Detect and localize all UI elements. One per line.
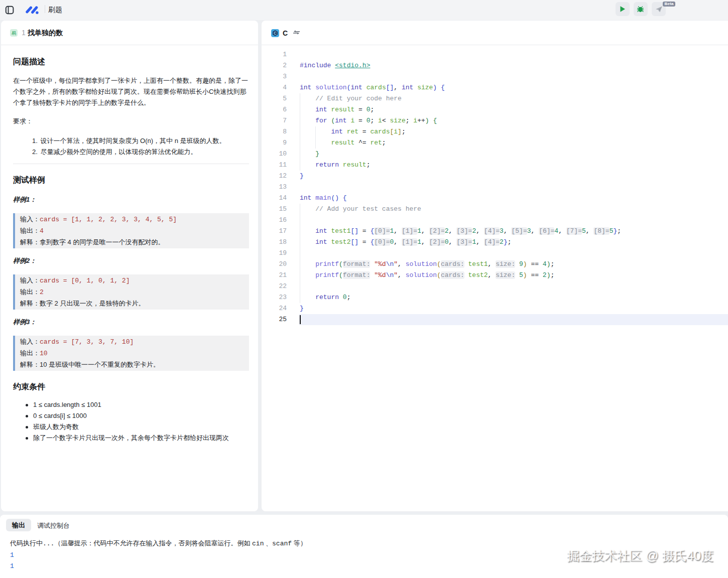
svg-text:C: C	[274, 31, 277, 36]
